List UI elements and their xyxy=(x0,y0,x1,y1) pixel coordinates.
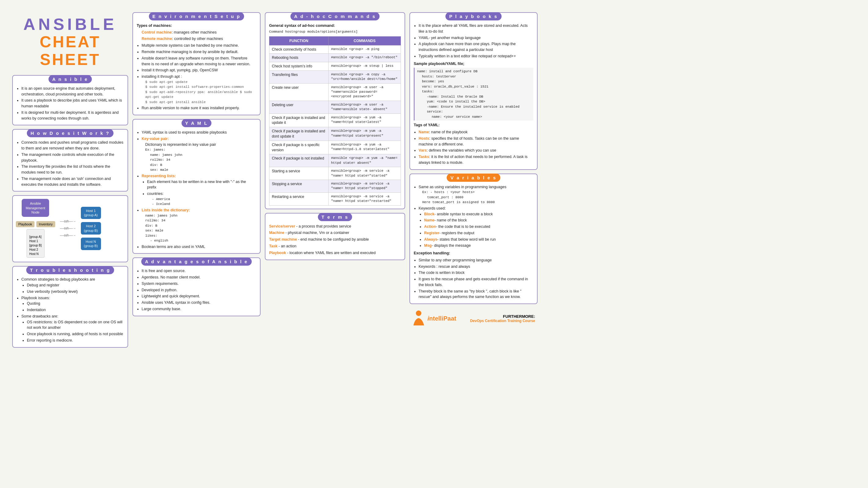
dict-line: div: B xyxy=(145,223,256,228)
adhoc-function-cell: Stopping a service xyxy=(270,180,329,192)
yaml-content: YAML syntax is used to express ansible p… xyxy=(137,130,256,250)
course-label: DevOps Certification Training Course xyxy=(470,319,535,323)
ansible-section: A n s i b l e It is an open source engin… xyxy=(12,75,128,126)
list-item: Ansible doesn't leave any software runni… xyxy=(142,56,256,67)
list-item: Each element has to be written in a new … xyxy=(147,179,256,191)
list-item: It is designed for multi-tier deployment… xyxy=(21,110,124,121)
code-line: hosts: testServer xyxy=(417,74,531,79)
adhoc-title: A d - h o c C o m m a n d s xyxy=(290,12,379,21)
list-item: installing it through apt : $ sudo apt-g… xyxy=(142,74,256,105)
adhoc-command-cell: #ansible <group> -m ping xyxy=(328,45,401,54)
yaml-section: Y A M L YAML syntax is used to express a… xyxy=(132,119,260,254)
list-item: Remote machine managing is done by ansib… xyxy=(142,49,256,55)
adhoc-command-cell: #ansible <group> -a "/bin/reboot" xyxy=(328,54,401,62)
furthermore-area: FURTHERMORE: DevOps Certification Traini… xyxy=(470,314,535,323)
list-item: Indentation xyxy=(27,307,124,313)
dict-line: rollNo: 34 xyxy=(145,218,256,223)
code-line: service: xyxy=(417,109,531,115)
list-item: It uses a playbook to describe jobs and … xyxy=(21,98,124,109)
kv-line: div: B xyxy=(150,163,256,168)
terms-section: T e r m s Service/server - a process tha… xyxy=(265,213,405,260)
adhoc-command-cell: #ansible<group> -m yum -a "name=httpd st… xyxy=(328,113,401,127)
advantages-title: A d v a n t a g e s o f A n s i b l e xyxy=(141,257,252,266)
list-item: Large community base. xyxy=(142,306,256,312)
adhoc-command-cell: #ansible<group> -m yum -a "name=httpd-1.… xyxy=(328,140,401,154)
playbooks-title: P l a y b o o k s xyxy=(445,12,501,21)
svg-point-0 xyxy=(416,311,421,316)
var-example: Here tomcat_port is assigned to 8080 xyxy=(422,200,533,205)
ansible-section-content: It is an open source engine that automat… xyxy=(17,86,124,121)
list-item: Multiple remote systems can be handled b… xyxy=(142,43,256,48)
adhoc-function-cell: Check connectivity of hosts xyxy=(270,45,329,54)
kv-example: Ex: james: xyxy=(145,147,256,153)
diagram-section: Ansible Management Node Playbook Invento… xyxy=(12,195,128,262)
keyword-item: Msg- displays the message xyxy=(424,243,533,249)
list-item: Error reporting is mediocre. xyxy=(27,338,124,344)
list-item: Typically written in a text editor like … xyxy=(418,53,533,59)
list-item: Keywords : rescue and always xyxy=(418,264,533,270)
list-item: countries: - America - Iceland xyxy=(147,191,256,207)
term-item: Playbook - location where YAML files are… xyxy=(269,250,401,256)
list-item: Developed in python. xyxy=(142,287,256,293)
kv-desc: Dictionary is represented in key value p… xyxy=(145,142,256,148)
list-item: A playbook can have more than one plays.… xyxy=(418,41,533,53)
adhoc-function-cell: Check host system's info xyxy=(270,62,329,71)
code-line: tasks: xyxy=(417,89,531,94)
list-item: It is the place where all YAML files are… xyxy=(418,23,533,34)
variables-content: Same as using variables in programming l… xyxy=(414,184,533,300)
list-item: Debug and register xyxy=(27,283,124,288)
intellipaat-logo-text: intelliPaat xyxy=(428,315,456,322)
tags-label: Tags of YAML: xyxy=(414,122,533,128)
exception-label: Exception handling: xyxy=(414,251,533,256)
adhoc-table: FUNCTION COMMANDS Check connectivity of … xyxy=(269,36,401,205)
adhoc-function-cell: Rebooting hosts xyxy=(270,54,329,62)
adhoc-command-cell: #ansible<group> -m service -a "name= htt… xyxy=(328,167,401,180)
list-item: The management node does an 'ssh' connec… xyxy=(21,176,124,188)
yaml-title: Y A M L xyxy=(182,119,212,127)
list-item: Some drawbacks are: OS restrictions: is … xyxy=(21,314,124,344)
code-line: name: install and configure DB xyxy=(417,69,531,74)
list-item: Connects nodes and pushes small programs… xyxy=(21,140,124,151)
environment-section: E n v i r o n m e n t S e t u p Types of… xyxy=(132,12,260,115)
adhoc-command-cell: #ansible<group> -m service -a "name= htt… xyxy=(328,180,401,192)
list-item: It is free and open source. xyxy=(142,268,256,274)
adhoc-content: General syntax of ad-hoc command: Comman… xyxy=(269,23,401,205)
adhoc-function-cell: Check if package is installed and dont u… xyxy=(270,127,329,141)
term-item: Service/server - a process that provides… xyxy=(269,224,401,229)
adhoc-command-cell: #ansible <group> -m copy -a "src=home/an… xyxy=(328,70,401,83)
variables-title: V a r i a b l e s xyxy=(447,173,500,182)
advantages-section: A d v a n t a g e s o f A n s i b l e It… xyxy=(132,257,260,316)
col-function: FUNCTION xyxy=(270,36,329,45)
code-line: $ sudo apt-get install software-properti… xyxy=(145,85,256,90)
management-node: Ansible Management Node xyxy=(22,199,49,217)
adhoc-command-cell: #ansible<group> -m steup | less xyxy=(328,62,401,71)
code-line: -name: Ensure the installed service is e… xyxy=(417,104,531,109)
tag-item: Vars: defines the variables which you ca… xyxy=(418,148,533,154)
list-item: It is an open source engine that automat… xyxy=(21,86,124,97)
list-item: It goes to the rescue phase and gets exe… xyxy=(418,276,533,288)
title-cheatsheet: CHEAT SHEET xyxy=(12,33,128,68)
how-works-content: Connects nodes and pushes small programs… xyxy=(17,140,124,187)
playbooks-content: It is the place where all YAML files are… xyxy=(414,23,533,166)
list-item: Control machine: manages other machines xyxy=(142,30,256,35)
tag-item: Name: name of the playbook xyxy=(418,129,533,135)
code-line: yum: <code to install the DB> xyxy=(417,99,531,104)
troubleshooting-section: T r o u b l e s h o o t i n g Common str… xyxy=(12,266,128,348)
term-item: Machine - physical machine, Vm or a cont… xyxy=(269,230,401,236)
kv-line: sex: male xyxy=(150,167,256,173)
adhoc-function-cell: Transfering files xyxy=(270,70,329,83)
col-commands: COMMANDS xyxy=(328,36,401,45)
list-item: Same as using variables in programming l… xyxy=(418,184,533,205)
keyword-item: Register- registers the output xyxy=(424,230,533,236)
sample-label: Sample playbook/YAML file; xyxy=(414,61,533,67)
code-line: $ sudo apt-get install ansible xyxy=(145,100,256,105)
tag-item: Tasks: it is the list of action that nee… xyxy=(418,154,533,166)
playbooks-section: P l a y b o o k s It is the place where … xyxy=(409,12,537,170)
terms-title: T e r m s xyxy=(318,213,352,221)
adhoc-function-cell: Deleting user xyxy=(270,101,329,113)
list-item: System requirements. xyxy=(142,281,256,287)
how-works-section: H o w D o e s i t W o r k ? Connects nod… xyxy=(12,129,128,192)
kv-line: name: james john xyxy=(150,153,256,158)
adhoc-function-cell: Starting a service xyxy=(270,167,329,180)
list-item: Thereby block is the same as "try block … xyxy=(418,289,533,300)
